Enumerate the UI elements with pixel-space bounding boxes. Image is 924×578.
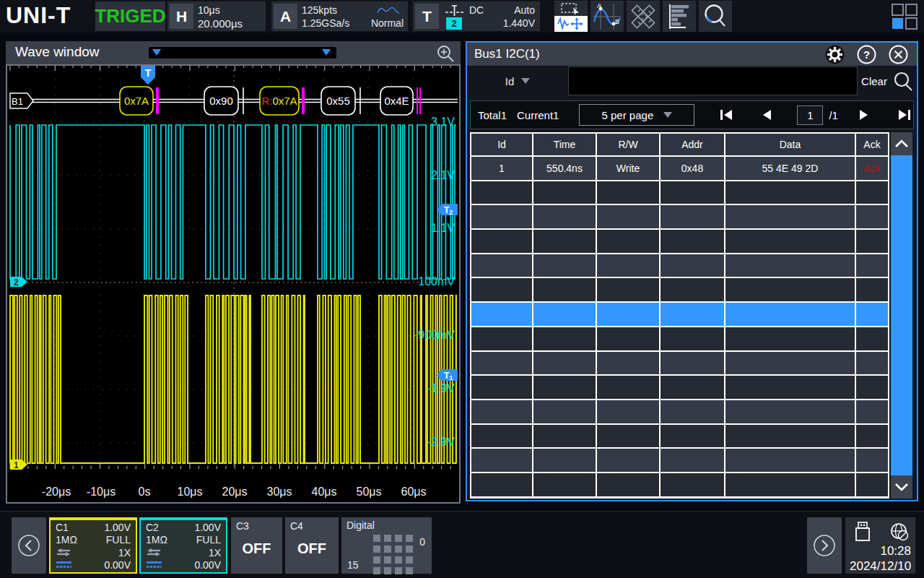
table-cell[interactable] <box>856 181 888 204</box>
table-cell[interactable] <box>725 449 855 472</box>
table-cell[interactable]: 0x48 <box>661 157 724 180</box>
table-cell[interactable] <box>856 303 888 326</box>
table-cell[interactable] <box>661 400 724 423</box>
table-cell[interactable] <box>856 278 888 301</box>
table-cell[interactable] <box>533 400 596 423</box>
table-cell[interactable] <box>856 230 888 253</box>
table-cell[interactable] <box>471 181 532 204</box>
table-cell[interactable] <box>856 327 888 350</box>
table-cell[interactable]: Ack <box>856 157 888 180</box>
table-cell[interactable] <box>533 352 596 375</box>
table-cell[interactable] <box>856 400 888 423</box>
column-header[interactable]: Ack <box>856 134 888 155</box>
scroll-up-button[interactable] <box>891 132 912 155</box>
last-page-button[interactable] <box>897 108 912 121</box>
table-cell[interactable] <box>471 205 532 228</box>
table-cell[interactable] <box>533 254 596 277</box>
table-cell[interactable]: Write <box>597 157 659 180</box>
scroll-left-button[interactable] <box>12 517 46 574</box>
table-cell[interactable] <box>597 205 659 228</box>
first-page-button[interactable] <box>719 108 733 121</box>
measure-button[interactable] <box>627 1 660 32</box>
table-cell[interactable] <box>471 303 532 326</box>
table-cell[interactable] <box>725 303 855 326</box>
table-cell[interactable] <box>471 425 532 448</box>
table-cell[interactable] <box>856 449 888 472</box>
table-cell[interactable] <box>597 473 659 496</box>
table-cell[interactable] <box>471 230 532 253</box>
histogram-button[interactable] <box>663 1 696 32</box>
scrollbar-thumb[interactable] <box>891 155 912 475</box>
table-cell[interactable] <box>661 376 724 399</box>
position-marker-left-icon[interactable] <box>152 49 161 56</box>
math-ab-button[interactable]: A B <box>590 1 624 32</box>
zoom-search-button[interactable] <box>699 1 732 32</box>
table-cell[interactable] <box>471 376 532 399</box>
filter-field-dropdown[interactable]: Id <box>467 66 568 96</box>
table-cell[interactable] <box>725 473 855 496</box>
table-cell[interactable] <box>661 425 724 448</box>
channel4-block[interactable]: C4 OFF <box>285 517 339 574</box>
close-icon[interactable] <box>889 45 908 64</box>
table-cell[interactable] <box>725 327 855 350</box>
zoom-in-icon[interactable] <box>436 44 455 63</box>
prev-page-button[interactable] <box>761 108 772 121</box>
table-cell[interactable] <box>725 352 855 375</box>
table-cell[interactable] <box>725 254 855 277</box>
table-cell[interactable]: 55 4E 49 2D <box>725 157 855 180</box>
table-cell[interactable] <box>661 303 724 326</box>
table-cell[interactable] <box>533 278 596 301</box>
table-cell[interactable] <box>661 181 724 204</box>
table-cell[interactable] <box>597 278 659 301</box>
table-cell[interactable] <box>597 230 659 253</box>
table-cell[interactable] <box>661 327 724 350</box>
column-header[interactable]: Id <box>471 134 532 155</box>
table-cell[interactable] <box>661 230 724 253</box>
table-cell[interactable] <box>661 352 724 375</box>
table-cell[interactable]: 1 <box>471 157 532 180</box>
table-cell[interactable] <box>471 254 532 277</box>
table-cell[interactable] <box>597 254 659 277</box>
table-cell[interactable] <box>725 425 855 448</box>
settings-gear-icon[interactable] <box>825 45 845 64</box>
search-icon[interactable] <box>891 69 917 92</box>
table-cell[interactable] <box>597 352 659 375</box>
per-page-dropdown[interactable]: 5 per page <box>579 104 694 126</box>
acquire-block[interactable]: A 125kpts 1.25GSa/s Normal <box>271 1 408 31</box>
table-cell[interactable] <box>597 303 659 326</box>
column-header[interactable]: Addr <box>661 134 724 155</box>
select-move-button[interactable] <box>554 1 588 32</box>
table-cell[interactable] <box>471 352 532 375</box>
status-block[interactable]: 10:28 2024/12/10 <box>845 517 915 574</box>
table-cell[interactable] <box>471 278 532 301</box>
trigger-block[interactable]: T 2 DC Auto 1.440V <box>413 1 540 31</box>
position-marker-right-icon[interactable] <box>322 49 331 56</box>
scroll-right-button[interactable] <box>807 517 842 574</box>
table-cell[interactable] <box>856 376 888 399</box>
table-cell[interactable] <box>597 449 659 472</box>
next-page-button[interactable] <box>858 108 870 121</box>
scroll-down-button[interactable] <box>891 475 912 499</box>
table-cell[interactable] <box>471 473 532 496</box>
table-cell[interactable] <box>661 278 724 301</box>
column-header[interactable]: R/W <box>597 134 659 155</box>
table-cell[interactable] <box>725 205 855 228</box>
table-cell[interactable] <box>661 473 724 496</box>
table-cell[interactable] <box>725 278 855 301</box>
table-cell[interactable] <box>533 449 596 472</box>
table-cell[interactable] <box>725 376 855 399</box>
column-header[interactable]: Data <box>725 134 855 155</box>
horizontal-block[interactable]: H 10μs 20.000μs <box>167 1 266 31</box>
channel1-block[interactable]: C11.00V 1MΩFULL 1X 0.00V <box>49 517 137 574</box>
clear-button[interactable]: Clear <box>858 75 891 87</box>
page-input[interactable]: 1 <box>797 105 823 125</box>
horizontal-position-bar[interactable] <box>149 47 336 59</box>
table-cell[interactable] <box>856 254 888 277</box>
table-cell[interactable] <box>597 327 659 350</box>
table-cell[interactable] <box>471 449 532 472</box>
search-input[interactable] <box>568 66 858 95</box>
table-cell[interactable] <box>725 181 855 204</box>
table-cell[interactable] <box>471 327 532 350</box>
table-cell[interactable] <box>533 181 596 204</box>
table-cell[interactable] <box>597 181 659 204</box>
